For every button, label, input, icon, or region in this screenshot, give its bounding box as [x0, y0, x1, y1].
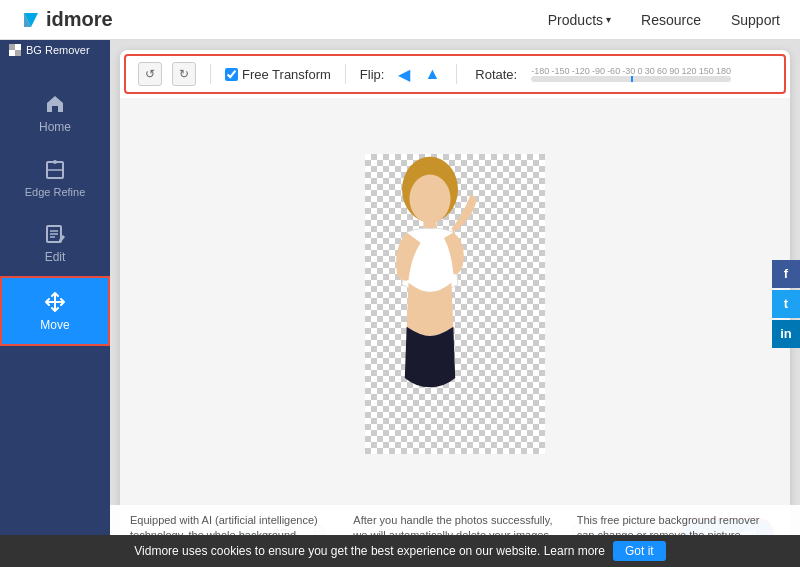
rotate-indicator — [631, 76, 633, 82]
image-container — [365, 154, 545, 454]
right-social: f t in — [772, 260, 800, 348]
cookie-text: Vidmore uses cookies to ensure you get t… — [134, 544, 605, 558]
sidebar-item-home[interactable]: Home — [0, 80, 110, 146]
person-figure — [365, 154, 495, 434]
flip-horizontal-button[interactable]: ◀ — [396, 65, 412, 84]
app-window: ↺ ↻ Free Transform Flip: ◀ ▲ Rotate: -18… — [110, 40, 800, 567]
bg-remover-icon — [8, 43, 22, 57]
sidebar-item-edit[interactable]: Edit — [0, 210, 110, 276]
cookie-bar: Vidmore uses cookies to ensure you get t… — [0, 535, 800, 567]
sidebar-item-edge-refine[interactable]: Edge Refine — [0, 146, 110, 210]
header: idmore Products ▾ Resource Support — [0, 0, 800, 40]
svg-rect-2 — [9, 44, 15, 50]
editor-card: ↺ ↻ Free Transform Flip: ◀ ▲ Rotate: -18… — [120, 50, 790, 557]
free-transform-input[interactable] — [225, 68, 238, 81]
toolbar-separator-2 — [345, 64, 346, 84]
home-icon — [43, 92, 67, 116]
main-content: BG Remover Home Edge Refine — [0, 40, 800, 567]
toolbar-separator-3 — [456, 64, 457, 84]
facebook-button[interactable]: f — [772, 260, 800, 288]
nav-products[interactable]: Products ▾ — [548, 12, 611, 28]
rotate-label: Rotate: — [475, 67, 517, 82]
rotate-track[interactable] — [531, 76, 731, 82]
logo-text: idmore — [46, 8, 113, 31]
svg-point-7 — [53, 160, 57, 164]
chevron-down-icon: ▾ — [606, 14, 611, 25]
rotate-scale-numbers: -180-150-120-90-60-300306090120150180 — [531, 66, 731, 76]
move-icon — [43, 290, 67, 314]
toolbar-separator-1 — [210, 64, 211, 84]
svg-rect-5 — [9, 50, 15, 56]
flip-label: Flip: — [360, 67, 385, 82]
sidebar-item-move[interactable]: Move — [0, 276, 110, 346]
linkedin-button[interactable]: in — [772, 320, 800, 348]
redo-button[interactable]: ↻ — [172, 62, 196, 86]
header-nav: Products ▾ Resource Support — [548, 12, 780, 28]
logo[interactable]: idmore — [20, 8, 113, 31]
canvas-area[interactable] — [120, 98, 790, 509]
flip-vertical-button[interactable]: ▲ — [422, 65, 442, 83]
free-transform-checkbox[interactable]: Free Transform — [225, 67, 331, 82]
nav-resource[interactable]: Resource — [641, 12, 701, 28]
nav-support[interactable]: Support — [731, 12, 780, 28]
logo-icon — [20, 9, 42, 31]
svg-rect-3 — [15, 50, 21, 56]
cookie-accept-button[interactable]: Got it — [613, 541, 666, 561]
edit-icon — [43, 222, 67, 246]
twitter-button[interactable]: t — [772, 290, 800, 318]
svg-point-13 — [409, 174, 450, 223]
edge-refine-icon — [43, 158, 67, 182]
rotate-control[interactable]: -180-150-120-90-60-300306090120150180 — [531, 66, 731, 82]
svg-rect-4 — [15, 44, 21, 50]
bg-remover-label: BG Remover — [0, 40, 98, 60]
toolbar: ↺ ↻ Free Transform Flip: ◀ ▲ Rotate: -18… — [124, 54, 786, 94]
sidebar: BG Remover Home Edge Refine — [0, 40, 110, 567]
undo-button[interactable]: ↺ — [138, 62, 162, 86]
